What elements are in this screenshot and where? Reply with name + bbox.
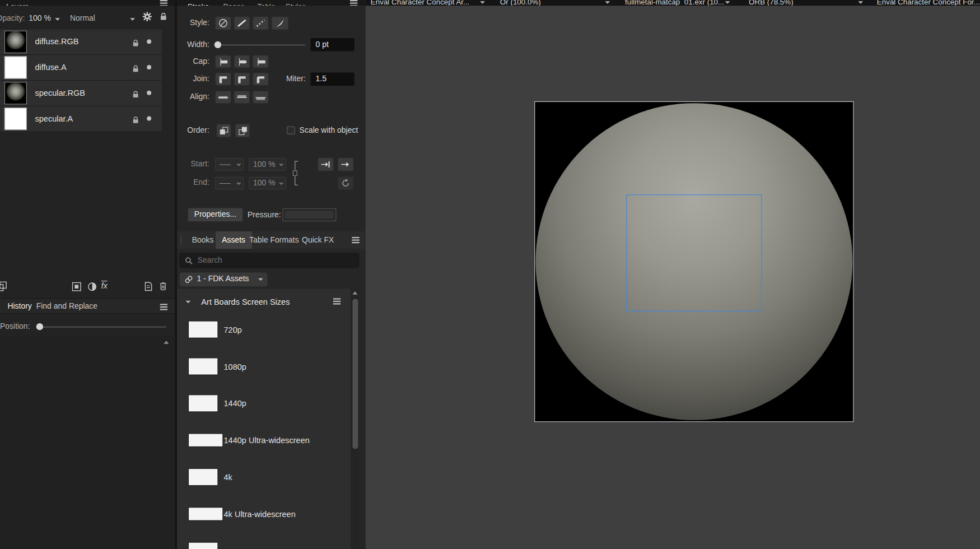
- doc-tab[interactable]: Enval Character Concept For...: [877, 0, 980, 6]
- stroke-menu-icon[interactable]: [350, 2, 357, 3]
- end-percent-dropdown[interactable]: 100 %: [249, 177, 286, 189]
- tab-styles[interactable]: Styles: [286, 2, 306, 6]
- pressure-profile-field[interactable]: [282, 208, 336, 221]
- doc-tab-chevron-icon[interactable]: [605, 1, 610, 3]
- history-menu-icon[interactable]: [160, 306, 167, 308]
- visibility-dot[interactable]: [147, 91, 151, 95]
- lock-icon[interactable]: [133, 115, 139, 126]
- lock-icon[interactable]: [133, 64, 139, 75]
- doc-tab-chevron-icon[interactable]: [725, 1, 730, 3]
- assets-tabbar-menu-icon[interactable]: [352, 239, 359, 240]
- order-behind-button[interactable]: [216, 124, 231, 138]
- opacity-dropdown[interactable]: 100 %: [27, 12, 62, 25]
- layer-row[interactable]: specular.RGB: [0, 81, 162, 106]
- tab-books[interactable]: Books: [192, 236, 214, 245]
- layers-menu-icon[interactable]: [160, 2, 167, 3]
- doc-tab[interactable]: Enval Character Concept Ar...: [371, 0, 469, 6]
- position-slider-knob[interactable]: [36, 323, 43, 330]
- mask-layer-icon[interactable]: [72, 282, 81, 294]
- stroke-style-none-button[interactable]: [215, 16, 231, 30]
- position-slider-track[interactable]: [36, 327, 166, 328]
- scroll-up-icon[interactable]: [352, 291, 357, 295]
- properties-button[interactable]: Properties...: [188, 208, 243, 222]
- asset-group-title[interactable]: Art Boards Screen Sizes: [201, 297, 290, 306]
- lock-icon[interactable]: [133, 90, 139, 101]
- tab-table-formats[interactable]: Table Formats: [249, 236, 298, 245]
- tab-pages[interactable]: Pages: [223, 2, 245, 6]
- asset-collection-dropdown[interactable]: 1 - FDK Assets: [179, 273, 267, 287]
- asset-thumbnail[interactable]: [189, 434, 222, 446]
- cap-round-button[interactable]: [234, 55, 250, 68]
- cap-square-button[interactable]: [253, 55, 269, 68]
- align-inside-button[interactable]: [234, 91, 250, 104]
- join-round-button[interactable]: [234, 72, 250, 85]
- arrow-button[interactable]: [338, 157, 354, 171]
- layer-thumbnail[interactable]: [4, 31, 27, 53]
- end-pointer-dropdown[interactable]: [215, 177, 244, 189]
- asset-thumbnail[interactable]: [189, 508, 222, 520]
- layer-row[interactable]: specular.A: [0, 106, 162, 132]
- canvas-area[interactable]: Enval Character Concept Ar... Or (100.0%…: [366, 0, 980, 549]
- asset-thumbnail[interactable]: [189, 322, 217, 338]
- doc-tab[interactable]: ORB (78.5%): [749, 0, 794, 6]
- tab-history[interactable]: History: [7, 302, 31, 311]
- order-front-button[interactable]: [235, 124, 250, 138]
- doc-tab[interactable]: Or (100.0%): [500, 0, 541, 6]
- stroke-style-brush-button[interactable]: [271, 16, 288, 30]
- asset-search-box[interactable]: [179, 253, 359, 268]
- stroke-style-solid-button[interactable]: [234, 16, 250, 30]
- tab-find-and-replace[interactable]: Find and Replace: [36, 302, 97, 311]
- link-start-end-icon[interactable]: [292, 159, 300, 190]
- asset-thumbnail[interactable]: [189, 395, 217, 411]
- width-slider-knob[interactable]: [214, 41, 221, 48]
- width-slider-track[interactable]: [216, 44, 305, 45]
- swap-pointers-button[interactable]: [338, 176, 354, 190]
- visibility-dot[interactable]: [147, 65, 151, 69]
- asset-thumbnail[interactable]: [189, 543, 217, 549]
- scale-with-object-checkbox[interactable]: [287, 126, 295, 134]
- tab-quick-fx[interactable]: Quick FX: [302, 236, 334, 245]
- doc-tab-chevron-icon[interactable]: [480, 1, 485, 3]
- layer-row[interactable]: diffuse.A: [0, 55, 162, 81]
- layer-row[interactable]: diffuse.RGB: [0, 29, 162, 55]
- gear-icon[interactable]: [142, 12, 152, 24]
- start-pointer-dropdown[interactable]: [215, 158, 244, 170]
- align-outside-button[interactable]: [253, 91, 269, 104]
- arrow-to-bar-button[interactable]: [318, 157, 334, 171]
- tab-stroke[interactable]: Stroke: [188, 2, 209, 6]
- visibility-dot[interactable]: [147, 117, 151, 121]
- layer-thumbnail[interactable]: [4, 56, 27, 78]
- asset-group-menu-icon[interactable]: [333, 301, 340, 302]
- cap-butt-button[interactable]: [215, 55, 231, 68]
- lock-icon[interactable]: [133, 38, 139, 49]
- lock-icon[interactable]: [160, 12, 167, 23]
- align-center-button[interactable]: [215, 91, 231, 104]
- assets-scrollbar-track[interactable]: [351, 289, 360, 549]
- asset-thumbnail[interactable]: [189, 469, 217, 485]
- join-miter-button[interactable]: [215, 72, 231, 85]
- miter-value-field[interactable]: 1.5: [311, 72, 354, 85]
- delete-layer-icon[interactable]: [160, 281, 167, 293]
- layer-thumbnail[interactable]: [4, 82, 27, 104]
- selection-rectangle[interactable]: [626, 194, 762, 311]
- new-layer-icon[interactable]: [144, 281, 153, 294]
- join-bevel-button[interactable]: [253, 72, 269, 85]
- artboard[interactable]: [534, 101, 853, 422]
- layer-effects-icon[interactable]: fx: [101, 281, 108, 290]
- layer-thumbnail[interactable]: [4, 108, 27, 130]
- start-percent-dropdown[interactable]: 100 %: [249, 158, 286, 170]
- width-value-field[interactable]: 0 pt: [311, 38, 354, 51]
- tab-assets[interactable]: Assets: [216, 231, 251, 249]
- blend-mode-dropdown[interactable]: Normal: [69, 12, 137, 25]
- assets-scrollbar-thumb[interactable]: [352, 299, 358, 449]
- search-input[interactable]: [196, 254, 352, 266]
- asset-thumbnail[interactable]: [189, 359, 217, 375]
- scroll-up-icon[interactable]: [164, 341, 169, 344]
- stroke-style-dashed-button[interactable]: [253, 16, 269, 30]
- adjustment-layer-icon[interactable]: [87, 282, 97, 294]
- doc-tab[interactable]: fullmetal-matcap_01.exr (10...: [625, 0, 724, 6]
- tab-table[interactable]: Table: [257, 2, 275, 6]
- visibility-dot[interactable]: [147, 39, 151, 44]
- duplicate-layers-icon[interactable]: [0, 281, 7, 294]
- doc-tab-chevron-icon[interactable]: [858, 1, 863, 3]
